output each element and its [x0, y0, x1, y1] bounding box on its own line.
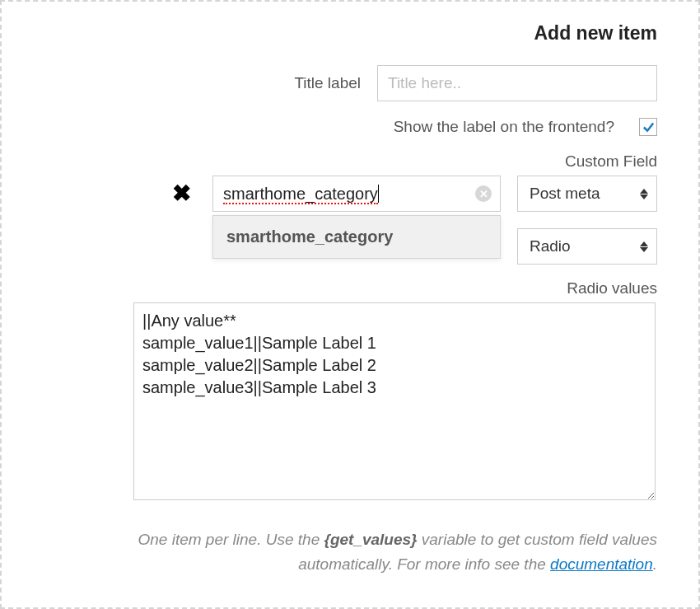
field-source-value: Post meta: [530, 185, 600, 203]
text-caret: [378, 185, 379, 203]
field-source-select[interactable]: Post meta: [517, 176, 657, 212]
custom-field-col: Custom Field Post meta: [517, 152, 657, 212]
add-item-panel: Add new item Title label Show the label …: [0, 0, 700, 609]
title-input[interactable]: [377, 65, 657, 101]
show-label-row: Show the label on the frontend?: [26, 118, 657, 136]
field-name-value: smarthome_category: [223, 185, 378, 204]
field-name-wrap: smarthome_category ✕ smarthome_category: [212, 176, 501, 212]
show-label-text: Show the label on the frontend?: [394, 118, 614, 136]
field-name-input[interactable]: smarthome_category ✕: [212, 176, 501, 212]
custom-field-row: ✖ smarthome_category ✕ smarthome_categor…: [26, 152, 657, 212]
select-arrows-icon: [640, 241, 648, 252]
custom-field-label: Custom Field: [565, 152, 657, 171]
check-icon: [642, 120, 656, 134]
remove-icon[interactable]: ✖: [172, 182, 191, 205]
radio-values-label-row: Radio values: [26, 279, 657, 297]
field-type-value: Radio: [530, 237, 571, 255]
radio-values-textarea[interactable]: [133, 302, 656, 500]
select-arrows-icon: [640, 189, 648, 199]
documentation-link[interactable]: documentation: [550, 555, 653, 573]
hint-var: {get_values}: [324, 531, 417, 548]
radio-values-label: Radio values: [567, 279, 657, 297]
title-label-text: Title label: [294, 74, 361, 92]
hint-pre: One item per line. Use the: [138, 531, 324, 548]
autocomplete-dropdown: smarthome_category: [212, 215, 501, 259]
remove-wrap: ✖: [172, 182, 191, 205]
show-label-checkbox[interactable]: [639, 118, 657, 136]
field-type-select[interactable]: Radio: [517, 228, 657, 265]
clear-icon[interactable]: ✕: [475, 185, 492, 202]
radio-values-wrap: [133, 302, 656, 504]
hint-post: .: [653, 555, 657, 573]
autocomplete-option[interactable]: smarthome_category: [213, 216, 500, 258]
panel-title: Add new item: [26, 22, 657, 45]
title-label-row: Title label: [26, 65, 657, 101]
hint-text: One item per line. Use the {get_values} …: [26, 527, 657, 578]
